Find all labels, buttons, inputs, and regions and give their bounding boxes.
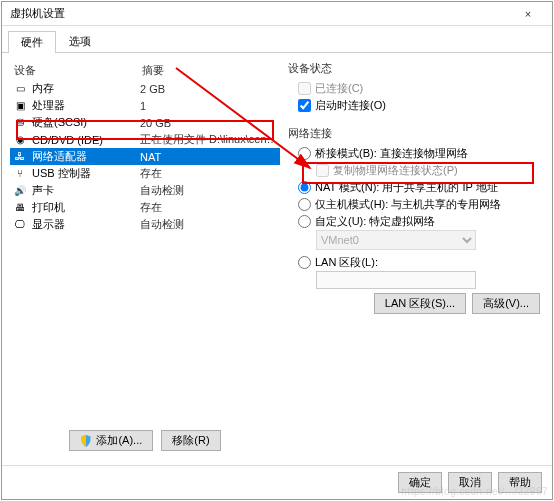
add-button-label: 添加(A)... xyxy=(96,433,142,448)
network-icon: 🖧 xyxy=(12,150,28,164)
cpu-icon: ▣ xyxy=(12,99,28,113)
device-label: 声卡 xyxy=(32,183,140,198)
lan-segment-button-label: LAN 区段(S)... xyxy=(385,296,455,311)
device-summary: 自动检测 xyxy=(140,217,278,232)
device-row[interactable]: ⛁硬盘(SCSI)20 GB xyxy=(10,114,280,131)
device-row[interactable]: 🖵显示器自动检测 xyxy=(10,216,280,233)
device-summary: NAT xyxy=(140,151,278,163)
device-row[interactable]: 🖶打印机存在 xyxy=(10,199,280,216)
connected-checkbox xyxy=(298,82,311,95)
replicate-row: 复制物理网络连接状态(P) xyxy=(306,162,544,179)
column-summary: 摘要 xyxy=(142,63,276,78)
device-row[interactable]: ⑂USB 控制器存在 xyxy=(10,165,280,182)
custom-radio[interactable] xyxy=(298,215,311,228)
lan-radio-row[interactable]: LAN 区段(L): xyxy=(288,254,544,271)
shield-icon xyxy=(80,435,92,447)
replicate-checkbox xyxy=(316,164,329,177)
network-connection-group: 网络连接 桥接模式(B): 直接连接物理网络 复制物理网络连接状态(P) NAT… xyxy=(288,126,544,314)
device-state-title: 设备状态 xyxy=(288,61,544,76)
device-label: 内存 xyxy=(32,81,140,96)
connected-label: 已连接(C) xyxy=(315,81,363,96)
memory-icon: ▭ xyxy=(12,82,28,96)
hostonly-radio[interactable] xyxy=(298,198,311,211)
tab-hardware[interactable]: 硬件 xyxy=(8,31,56,53)
device-row[interactable]: 🔊声卡自动检测 xyxy=(10,182,280,199)
remove-button-label: 移除(R) xyxy=(172,433,209,448)
device-label: CD/DVD (IDE) xyxy=(32,134,140,146)
device-summary: 正在使用文件 D:\linux\centos\Cent... xyxy=(140,132,278,147)
device-label: 处理器 xyxy=(32,98,140,113)
bridged-radio[interactable] xyxy=(298,147,311,160)
device-summary: 20 GB xyxy=(140,117,278,129)
tab-options[interactable]: 选项 xyxy=(56,30,104,52)
nat-label: NAT 模式(N): 用于共享主机的 IP 地址 xyxy=(315,180,498,195)
vm-settings-window: 虚拟机设置 × 硬件 选项 设备 摘要 ▭内存2 GB▣处理器1⛁硬盘(SCSI… xyxy=(1,1,553,500)
tab-bar: 硬件 选项 xyxy=(2,26,552,53)
device-row[interactable]: ▭内存2 GB xyxy=(10,80,280,97)
device-label: 硬盘(SCSI) xyxy=(32,115,140,130)
advanced-button[interactable]: 高级(V)... xyxy=(472,293,540,314)
custom-radio-row[interactable]: 自定义(U): 特定虚拟网络 xyxy=(288,213,544,230)
close-icon: × xyxy=(525,8,531,20)
hostonly-label: 仅主机模式(H): 与主机共享的专用网络 xyxy=(315,197,501,212)
lan-label: LAN 区段(L): xyxy=(315,255,378,270)
network-adv-buttons: LAN 区段(S)... 高级(V)... xyxy=(288,293,544,314)
custom-label: 自定义(U): 特定虚拟网络 xyxy=(315,214,435,229)
lan-radio[interactable] xyxy=(298,256,311,269)
device-summary: 2 GB xyxy=(140,83,278,95)
hostonly-radio-row[interactable]: 仅主机模式(H): 与主机共享的专用网络 xyxy=(288,196,544,213)
device-label: 显示器 xyxy=(32,217,140,232)
tab-hardware-label: 硬件 xyxy=(21,36,43,48)
watermark: https://blog.csdn.net/.../32967 xyxy=(401,486,548,497)
sound-icon: 🔊 xyxy=(12,184,28,198)
device-actions: 添加(A)... 移除(R) xyxy=(10,430,280,457)
device-label: 打印机 xyxy=(32,200,140,215)
printer-icon: 🖶 xyxy=(12,201,28,215)
device-label: 网络适配器 xyxy=(32,149,140,164)
network-title: 网络连接 xyxy=(288,126,544,141)
dialog-body: 设备 摘要 ▭内存2 GB▣处理器1⛁硬盘(SCSI)20 GB◉CD/DVD … xyxy=(2,53,552,465)
close-button[interactable]: × xyxy=(508,4,548,24)
device-summary: 1 xyxy=(140,100,278,112)
device-summary: 存在 xyxy=(140,166,278,181)
connect-on-power-checkbox[interactable] xyxy=(298,99,311,112)
hardware-list-pane: 设备 摘要 ▭内存2 GB▣处理器1⛁硬盘(SCSI)20 GB◉CD/DVD … xyxy=(10,61,280,457)
device-summary: 自动检测 xyxy=(140,183,278,198)
connected-checkbox-row: 已连接(C) xyxy=(288,80,544,97)
cd-icon: ◉ xyxy=(12,133,28,147)
vmnet-select: VMnet0 xyxy=(316,230,476,250)
nat-radio[interactable] xyxy=(298,181,311,194)
replicate-label: 复制物理网络连接状态(P) xyxy=(333,163,458,178)
device-list[interactable]: ▭内存2 GB▣处理器1⛁硬盘(SCSI)20 GB◉CD/DVD (IDE)正… xyxy=(10,80,280,380)
device-row[interactable]: ▣处理器1 xyxy=(10,97,280,114)
window-title: 虚拟机设置 xyxy=(10,6,65,21)
titlebar: 虚拟机设置 × xyxy=(2,2,552,26)
device-label: USB 控制器 xyxy=(32,166,140,181)
disk-icon: ⛁ xyxy=(12,116,28,130)
settings-pane: 设备状态 已连接(C) 启动时连接(O) 网络连接 桥接模式(B): 直接连接物… xyxy=(288,61,544,457)
advanced-button-label: 高级(V)... xyxy=(483,296,529,311)
tab-options-label: 选项 xyxy=(69,35,91,47)
nat-radio-row[interactable]: NAT 模式(N): 用于共享主机的 IP 地址 xyxy=(288,179,544,196)
connect-on-power-label: 启动时连接(O) xyxy=(315,98,386,113)
column-device: 设备 xyxy=(14,63,142,78)
connect-on-power-row[interactable]: 启动时连接(O) xyxy=(288,97,544,114)
device-row[interactable]: ◉CD/DVD (IDE)正在使用文件 D:\linux\centos\Cent… xyxy=(10,131,280,148)
usb-icon: ⑂ xyxy=(12,167,28,181)
device-list-header: 设备 摘要 xyxy=(10,61,280,80)
display-icon: 🖵 xyxy=(12,218,28,232)
device-state-group: 设备状态 已连接(C) 启动时连接(O) xyxy=(288,61,544,114)
device-row[interactable]: 🖧网络适配器NAT xyxy=(10,148,280,165)
bridged-radio-row[interactable]: 桥接模式(B): 直接连接物理网络 xyxy=(288,145,544,162)
remove-button[interactable]: 移除(R) xyxy=(161,430,220,451)
add-button[interactable]: 添加(A)... xyxy=(69,430,153,451)
lan-segment-button[interactable]: LAN 区段(S)... xyxy=(374,293,466,314)
lan-segment-input xyxy=(316,271,476,289)
device-summary: 存在 xyxy=(140,200,278,215)
bridged-label: 桥接模式(B): 直接连接物理网络 xyxy=(315,146,468,161)
